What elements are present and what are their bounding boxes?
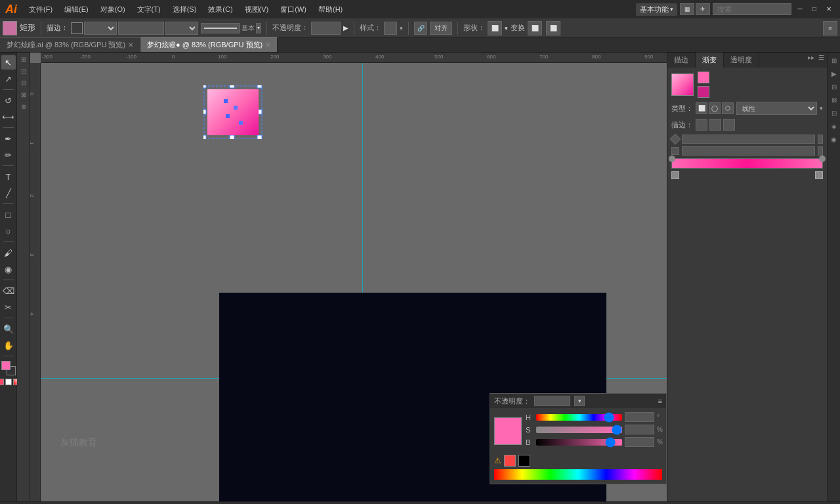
blob-brush-tool[interactable]: ◉ — [1, 262, 16, 276]
cp-opacity-input[interactable]: 100% — [534, 396, 570, 406]
menu-window[interactable]: 窗口(W) — [275, 3, 312, 16]
stroke-value[interactable] — [118, 22, 164, 35]
menu-select[interactable]: 选择(S) — [167, 3, 202, 16]
paint-brush-tool[interactable]: 🖌 — [1, 245, 16, 260]
cp-h-slider[interactable] — [536, 414, 622, 421]
sec-icon-3[interactable]: ⊟ — [18, 77, 29, 88]
gradient-angle-dropdown[interactable] — [818, 135, 823, 144]
cp-warning-swatch[interactable] — [504, 455, 516, 467]
tab-transparency[interactable]: 透明度 — [724, 52, 759, 68]
gradient-swatch-1[interactable] — [698, 72, 709, 83]
far-icon-4[interactable]: ⊠ — [829, 94, 839, 105]
color-mode-none[interactable] — [5, 379, 12, 385]
gradient-endpoint-right[interactable] — [815, 171, 823, 179]
doc-tab-2[interactable]: 梦幻炫瞳● @ 83% (RGB/GPU 预览) ✕ — [140, 37, 278, 52]
cp-menu-icon[interactable]: ≡ — [658, 397, 662, 405]
gradient-stop-right[interactable] — [819, 156, 826, 162]
gradient-type-btn-1[interactable]: ⬜ — [696, 102, 707, 114]
doc-tab-1[interactable]: 梦幻炫瞳.ai @ 83% (RGB/GPU 预览) ✕ — [0, 37, 140, 52]
menu-file[interactable]: 文件(F) — [24, 3, 58, 16]
maximize-button[interactable]: □ — [808, 3, 820, 15]
shape-with-selection[interactable] — [203, 85, 262, 139]
rotate-tool[interactable]: ↺ — [1, 93, 16, 108]
menu-text[interactable]: 文字(T) — [132, 3, 166, 16]
tab-2-close[interactable]: ✕ — [265, 41, 270, 49]
fill-swatch[interactable] — [1, 361, 10, 370]
sec-icon-5[interactable]: ⊛ — [18, 101, 29, 112]
gradient-aspect-dropdown[interactable] — [818, 146, 823, 156]
cp-spectrum-bar[interactable] — [494, 469, 662, 480]
gradient-type-select[interactable]: 线性 — [736, 102, 817, 115]
cp-main-swatch[interactable] — [494, 417, 522, 445]
menu-edit[interactable]: 编辑(E) — [59, 3, 94, 16]
opacity-input[interactable]: 100% — [311, 22, 341, 35]
eraser-tool[interactable]: ⌫ — [1, 284, 16, 298]
pencil-tool[interactable]: ✏ — [1, 148, 16, 162]
icon-btn-1[interactable]: ▦ — [680, 3, 694, 15]
cp-b-slider[interactable] — [536, 439, 622, 446]
search-input[interactable] — [713, 3, 791, 15]
panel-menu-icon[interactable]: ☰ — [817, 54, 826, 66]
tab-1-close[interactable]: ✕ — [128, 41, 133, 49]
line-tool[interactable]: ╱ — [1, 186, 16, 200]
gradient-stop-left[interactable] — [669, 156, 675, 162]
tab-stroke[interactable]: 描边 — [667, 52, 696, 68]
extra-icon-1[interactable]: ⬜ — [546, 21, 560, 35]
gradient-type-btn-2[interactable]: ◯ — [709, 102, 721, 114]
menu-object[interactable]: 对象(O) — [95, 3, 131, 16]
far-icon-7[interactable]: ◉ — [829, 134, 839, 144]
gradient-preview-swatch[interactable] — [671, 74, 694, 96]
sec-icon-4[interactable]: ⊠ — [18, 89, 29, 100]
shape-dropdown-icon[interactable]: ▾ — [505, 25, 508, 32]
cp-h-value[interactable]: 321.1 — [625, 412, 654, 422]
gradient-aspect-icon[interactable] — [671, 147, 679, 155]
gradient-angle-input[interactable] — [682, 135, 815, 144]
stroke-align-1[interactable] — [696, 119, 707, 131]
cp-opacity-dropdown[interactable]: ▾ — [574, 396, 585, 406]
style-preview[interactable] — [384, 22, 397, 35]
icon-btn-2[interactable]: ✈ — [696, 3, 710, 15]
align-button[interactable]: 对齐 — [430, 22, 452, 35]
close-button[interactable]: ✕ — [823, 3, 835, 15]
far-icon-6[interactable]: ◈ — [829, 121, 839, 131]
rect-tool[interactable]: □ — [1, 207, 16, 222]
far-icon-3[interactable]: ⊟ — [829, 81, 839, 92]
far-icon-2[interactable]: ▶ — [829, 68, 839, 79]
ellipse-tool[interactable]: ○ — [1, 224, 16, 238]
tab-gradient[interactable]: 渐变 — [696, 52, 724, 68]
gradient-type-btn-3[interactable]: ⬡ — [722, 102, 734, 114]
menu-effect[interactable]: 效果(C) — [203, 3, 238, 16]
stroke-dropdown[interactable] — [84, 22, 117, 35]
gradient-type-dropdown-arrow[interactable]: ▾ — [820, 105, 823, 112]
cp-black-swatch[interactable] — [518, 455, 530, 467]
stroke-arrow[interactable]: ▾ — [256, 23, 261, 33]
menu-help[interactable]: 帮助(H) — [313, 3, 348, 16]
sec-icon-1[interactable]: ⊞ — [18, 54, 29, 64]
style-dropdown-icon[interactable]: ▾ — [400, 25, 403, 32]
gradient-swatch-2[interactable] — [698, 86, 709, 98]
direct-select-tool[interactable]: ↗ — [1, 72, 16, 86]
select-tool[interactable]: ↖ — [1, 55, 16, 70]
minimize-button[interactable]: ─ — [794, 3, 806, 15]
panel-settings-icon[interactable]: ≡ — [823, 21, 837, 35]
sec-icon-2[interactable]: ⊡ — [18, 66, 29, 76]
scissors-tool[interactable]: ✂ — [1, 300, 16, 314]
panel-expand-icon[interactable]: ▸▸ — [807, 54, 816, 66]
zoom-tool[interactable]: 🔍 — [1, 322, 16, 336]
gradient-bar[interactable] — [671, 158, 823, 169]
gradient-angle-icon[interactable] — [670, 134, 681, 145]
far-icon-5[interactable]: ⊡ — [829, 108, 839, 118]
shape-fill-color[interactable] — [3, 21, 17, 35]
menu-view[interactable]: 视图(V) — [240, 3, 274, 16]
opacity-arrow[interactable]: ▶ — [343, 24, 348, 32]
stroke-color[interactable] — [71, 22, 83, 34]
stroke-line-style[interactable] — [201, 23, 240, 33]
cp-b-value[interactable]: 91.37 — [625, 437, 654, 447]
gradient-endpoint-left[interactable] — [671, 171, 679, 179]
mode-selector[interactable]: 基本功能 ▾ — [636, 3, 677, 16]
cp-s-value[interactable]: 100 — [625, 425, 654, 434]
color-mode-normal[interactable] — [0, 379, 4, 385]
shape-icon[interactable]: ⬜ — [488, 21, 502, 35]
far-icon-1[interactable]: ⊞ — [829, 55, 839, 66]
stroke-align-2[interactable] — [709, 119, 721, 131]
